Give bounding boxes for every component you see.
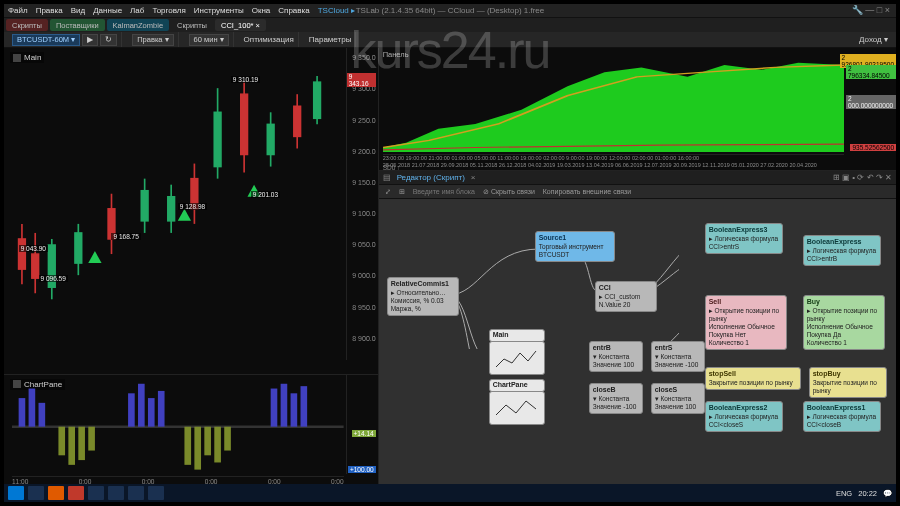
node-boolexpr[interactable]: BooleanExpress ▸ Логическая формула CCI>… bbox=[803, 235, 881, 266]
svg-rect-21 bbox=[214, 112, 221, 166]
svg-rect-33 bbox=[128, 393, 135, 426]
menu-file[interactable]: Файл bbox=[8, 6, 28, 15]
y-axis: 9 350.0 9 300.0 9 250.0 9 200.0 9 150.0 … bbox=[346, 48, 378, 360]
taskbar-icon[interactable] bbox=[68, 486, 84, 500]
svg-rect-35 bbox=[148, 398, 155, 427]
search-block[interactable]: Введите имя блока bbox=[413, 188, 475, 195]
editor-title: Редактор (Скрипт) bbox=[397, 173, 465, 182]
menu-lab[interactable]: Лаб bbox=[130, 6, 144, 15]
svg-rect-23 bbox=[267, 124, 274, 154]
svg-rect-32 bbox=[39, 402, 46, 426]
svg-marker-50 bbox=[383, 63, 844, 152]
svg-rect-9 bbox=[241, 94, 248, 154]
node-boolexpr2[interactable]: BooleanExpress2 ▸ Логическая формула CCI… bbox=[705, 401, 783, 432]
tray-lang[interactable]: ENG bbox=[836, 489, 852, 498]
timeframe-select[interactable]: 60 мин ▾ bbox=[189, 34, 229, 46]
taskbar-icon[interactable] bbox=[28, 486, 44, 500]
window-controls: 🔧 — □ × bbox=[852, 5, 890, 15]
menu-edit[interactable]: Правка bbox=[36, 6, 63, 15]
node-boolexpr1[interactable]: BooleanExpress1 ▸ Логическая формула CCI… bbox=[803, 401, 881, 432]
equity-svg bbox=[383, 58, 844, 152]
ind-y-axis: +14.14 +100.00 bbox=[346, 375, 378, 474]
start-button[interactable] bbox=[8, 486, 24, 500]
svg-rect-45 bbox=[184, 426, 191, 464]
node-entrS[interactable]: entrS ▾ Константа Значение -100 bbox=[651, 341, 705, 372]
editor-header: ▤ Редактор (Скрипт) × ⊞ ▣ • ⟳ ↶ ↷ ✕ bbox=[379, 171, 896, 185]
candlestick-chart[interactable]: Main bbox=[4, 48, 378, 374]
node-boolexpr3[interactable]: BooleanExpress3 ▸ Логическая формула CCI… bbox=[705, 223, 783, 254]
reload-button[interactable]: ↻ bbox=[100, 34, 117, 46]
tray-time[interactable]: 20:22 bbox=[858, 489, 877, 498]
node-cci[interactable]: CCI ▸ CCI_custom N.Value 20 bbox=[595, 281, 657, 312]
menu-help[interactable]: Справка bbox=[278, 6, 309, 15]
svg-rect-41 bbox=[58, 426, 65, 455]
svg-rect-46 bbox=[194, 426, 201, 469]
price-label: 9 043.90 bbox=[19, 245, 48, 252]
menu-view[interactable]: Вид bbox=[71, 6, 85, 15]
edges bbox=[379, 199, 679, 349]
node-closeS[interactable]: closeS ▾ Константа Значение 100 bbox=[651, 383, 705, 414]
taskbar-icon[interactable] bbox=[48, 486, 64, 500]
menu-trade[interactable]: Торговля bbox=[152, 6, 185, 15]
right-panel-selector[interactable]: Доход ▾ bbox=[859, 35, 888, 44]
instrument-picker[interactable]: BTCUSDT-60M ▾ bbox=[12, 34, 80, 46]
menu-data[interactable]: Данные bbox=[93, 6, 122, 15]
svg-rect-42 bbox=[68, 426, 75, 464]
svg-rect-30 bbox=[19, 398, 26, 427]
tool-hide-links[interactable]: ⊘ Скрыть связи bbox=[483, 188, 535, 196]
taskbar-icon[interactable] bbox=[88, 486, 104, 500]
svg-rect-40 bbox=[301, 386, 308, 427]
indicator-chart[interactable]: ChartPane +14.14 +100.00 bbox=[4, 374, 378, 488]
mode-select[interactable]: Правка ▾ bbox=[132, 34, 173, 46]
taskbar-icon[interactable] bbox=[108, 486, 124, 500]
node-closeB[interactable]: closeB ▾ Константа Значение -100 bbox=[589, 383, 643, 414]
tb-params[interactable]: Параметры bbox=[309, 35, 352, 44]
node-main-preview[interactable] bbox=[489, 341, 545, 375]
equity-sublabel: SD0 ↑ bbox=[383, 164, 401, 171]
toolbar: BTCUSDT-60M ▾ ▶ ↻ Правка ▾ 60 мин ▾ Опти… bbox=[4, 32, 896, 48]
svg-marker-27 bbox=[178, 209, 191, 221]
editor-header-icons[interactable]: ⊞ ▣ • ⟳ ↶ ↷ ✕ bbox=[833, 173, 892, 182]
menu-tools[interactable]: Инструменты bbox=[194, 6, 244, 15]
tool-expand[interactable]: ⤢ bbox=[385, 188, 391, 196]
svg-rect-43 bbox=[78, 426, 85, 459]
svg-rect-36 bbox=[158, 391, 165, 427]
node-stopbuy[interactable]: stopBuy Закрытие позиции по рынку bbox=[809, 367, 887, 398]
taskbar-icon[interactable] bbox=[128, 486, 144, 500]
tab-scripts2[interactable]: Скрипты bbox=[171, 19, 213, 31]
tb-opt[interactable]: Оптимизация bbox=[244, 35, 294, 44]
svg-rect-38 bbox=[281, 383, 288, 426]
node-buy[interactable]: Buy ▸ Открытие позиции по рынку Исполнен… bbox=[803, 295, 885, 350]
script-canvas[interactable]: RelativeCommis1 ▸ Относительно… Комиссия… bbox=[379, 199, 896, 488]
node-source[interactable]: Source1 Торговый инструмент BTCUSDT bbox=[535, 231, 615, 262]
svg-rect-44 bbox=[88, 426, 95, 450]
tab-providers[interactable]: Поставщики bbox=[50, 19, 105, 31]
menu-tscloud[interactable]: TSCloud ▸ bbox=[318, 6, 355, 15]
menubar: Файл Правка Вид Данные Лаб Торговля Инст… bbox=[4, 4, 896, 18]
tab-cci100[interactable]: CCI_100* × bbox=[215, 19, 266, 31]
price-label: 9 310.19 bbox=[231, 76, 260, 83]
run-button[interactable]: ▶ bbox=[82, 34, 98, 46]
svg-rect-48 bbox=[214, 426, 221, 462]
tab-scripts[interactable]: Скрипты bbox=[6, 19, 48, 31]
tab-kalman[interactable]: KalmanZombie bbox=[107, 19, 169, 31]
price-label: 9 168.75 bbox=[111, 233, 140, 240]
equity-chart[interactable]: Панель 2 926801.90319500 2 796334.84500 … bbox=[379, 48, 896, 171]
tray-notifications-icon[interactable]: 💬 bbox=[883, 489, 892, 498]
node-stopsell[interactable]: stopSell Закрытие позиции по рынку bbox=[705, 367, 801, 390]
node-relative-commission[interactable]: RelativeCommis1 ▸ Относительно… Комиссия… bbox=[387, 277, 459, 316]
menu-windows[interactable]: Окна bbox=[252, 6, 271, 15]
svg-rect-47 bbox=[204, 426, 211, 455]
svg-rect-39 bbox=[291, 393, 298, 426]
node-chartpane[interactable]: ChartPane bbox=[489, 379, 545, 392]
svg-rect-25 bbox=[314, 82, 321, 118]
tool-copy-ext[interactable]: Копировать внешние связи bbox=[543, 188, 631, 195]
node-entrB[interactable]: entrB ▾ Константа Значение 100 bbox=[589, 341, 643, 372]
node-sell[interactable]: Sell ▸ Открытие позиции по рынку Исполне… bbox=[705, 295, 787, 350]
svg-rect-15 bbox=[75, 233, 82, 263]
tool-grid[interactable]: ⊞ bbox=[399, 188, 405, 196]
taskbar-icon[interactable] bbox=[148, 486, 164, 500]
price-label: 9 201.03 bbox=[251, 191, 280, 198]
node-main[interactable]: Main bbox=[489, 329, 545, 342]
node-chartpane-preview[interactable] bbox=[489, 391, 545, 425]
